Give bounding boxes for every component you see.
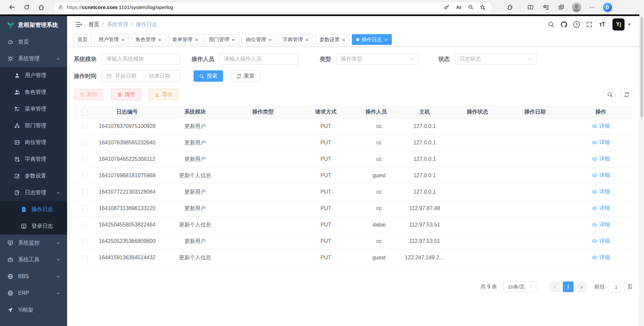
scrollbar[interactable] <box>639 14 644 326</box>
split-screen-icon[interactable] <box>525 2 536 13</box>
sidebar-collapse-icon[interactable] <box>75 21 83 28</box>
next-page-button[interactable]: › <box>576 281 587 292</box>
prev-page-button[interactable]: ‹ <box>549 281 560 292</box>
row-checkbox[interactable] <box>82 124 88 129</box>
goto-page-input[interactable]: 1 <box>608 281 625 292</box>
tab-close-icon[interactable]: × <box>158 37 161 43</box>
column-header[interactable]: 日志编号 <box>95 106 159 118</box>
fullscreen-icon[interactable] <box>584 19 595 30</box>
select-all-checkbox[interactable] <box>82 110 88 115</box>
address-bar[interactable]: https://ccnetcore.com:1101/system/log/op… <box>53 2 492 13</box>
read-aloud-icon[interactable] <box>454 3 463 12</box>
reset-button[interactable]: 重置 <box>231 70 260 82</box>
column-header[interactable]: 主机 <box>401 106 448 118</box>
refresh-table-button[interactable] <box>621 88 633 101</box>
column-header[interactable]: 操作 <box>569 106 633 118</box>
copy-tab-icon[interactable] <box>556 2 567 13</box>
sidebar-item[interactable]: Yi框架 <box>0 302 67 318</box>
detail-link[interactable]: 详细 <box>592 155 610 162</box>
clear-button[interactable]: 清空 <box>111 89 141 100</box>
status-select[interactable]: 日志状态 <box>455 53 537 65</box>
row-checkbox[interactable] <box>82 189 88 195</box>
module-input[interactable]: 请输入系统模块 <box>102 53 180 65</box>
zoom-out-icon[interactable] <box>466 3 475 12</box>
tab-close-icon[interactable]: × <box>195 37 198 43</box>
column-header[interactable]: 系统模块 <box>159 106 231 118</box>
column-header[interactable]: 操作类型 <box>231 106 295 118</box>
sidebar-item[interactable]: 参数设置 <box>0 168 67 184</box>
favorite-star-icon[interactable] <box>478 3 487 12</box>
page-size-select[interactable]: 10条/页 <box>503 281 537 292</box>
detail-link[interactable]: 详细 <box>592 123 610 130</box>
tab[interactable]: 首页 <box>73 34 92 45</box>
operator-input[interactable]: 请输入操作人员 <box>219 53 299 65</box>
tab-close-icon[interactable]: × <box>306 37 309 43</box>
detail-link[interactable]: 详细 <box>592 238 610 245</box>
tab-close-icon[interactable]: × <box>342 37 345 43</box>
avatar-caret-icon[interactable]: ▼ <box>627 22 631 27</box>
detail-link[interactable]: 详细 <box>592 139 610 146</box>
browser-menu-icon[interactable] <box>587 2 597 13</box>
header-search-icon[interactable] <box>545 19 557 30</box>
sidebar-item[interactable]: 系统管理 <box>0 50 67 67</box>
row-checkbox[interactable] <box>82 239 88 244</box>
sidebar-item[interactable]: BBS <box>0 268 67 285</box>
tab-close-icon[interactable]: × <box>121 37 124 43</box>
start-date-input[interactable]: 开始日期 <box>115 73 142 80</box>
browser-back-button[interactable] <box>6 2 17 13</box>
password-key-icon[interactable] <box>442 3 451 12</box>
detail-link[interactable]: 详细 <box>592 221 610 228</box>
row-checkbox[interactable] <box>82 140 88 146</box>
sidebar-item[interactable]: 角色管理 <box>0 84 67 101</box>
type-select[interactable]: 操作类型 <box>336 53 418 65</box>
row-checkbox[interactable] <box>82 173 88 179</box>
tab-close-icon[interactable]: × <box>232 37 235 43</box>
browser-profile-avatar[interactable] <box>571 2 582 13</box>
browser-refresh-button[interactable] <box>21 2 32 13</box>
tab-close-icon[interactable]: × <box>384 37 387 43</box>
export-button[interactable]: 导出 <box>149 89 178 100</box>
url-text[interactable]: https://ccnetcore.com:1101/system/log/op… <box>67 4 439 10</box>
row-checkbox[interactable] <box>82 206 88 211</box>
sidebar-item[interactable]: 部门管理 <box>0 117 67 134</box>
sidebar-item[interactable]: 字典管理 <box>0 151 67 168</box>
column-header[interactable]: 操作日期 <box>507 106 569 118</box>
breadcrumb-home[interactable]: 首页 <box>89 21 99 28</box>
tab[interactable]: 参数设置 × <box>315 34 350 45</box>
sidebar-item[interactable]: 菜单管理 <box>0 101 67 117</box>
github-icon[interactable] <box>558 19 570 30</box>
page-1-button[interactable]: 1 <box>563 281 574 292</box>
detail-link[interactable]: 详细 <box>592 254 610 261</box>
copilot-icon[interactable]: b <box>602 2 613 13</box>
tab[interactable]: 用户管理 × <box>94 34 129 45</box>
sidebar-item[interactable]: 登录日志 <box>0 218 67 235</box>
tab[interactable]: 部门管理 × <box>205 34 239 45</box>
collections-icon[interactable] <box>540 2 551 13</box>
sort-icons[interactable] <box>547 109 551 115</box>
browser-home-button[interactable] <box>36 2 47 13</box>
detail-link[interactable]: 详细 <box>592 205 610 212</box>
sidebar-item[interactable]: 系统监控 <box>0 235 67 251</box>
detail-link[interactable]: 详细 <box>592 188 610 195</box>
scrollbar-thumb[interactable] <box>640 17 643 118</box>
font-size-icon[interactable]: тT <box>596 19 608 30</box>
tab[interactable]: 菜单管理 × <box>168 34 203 45</box>
toggle-search-button[interactable] <box>604 88 616 101</box>
tab-close-icon[interactable]: × <box>269 37 272 43</box>
sidebar-item[interactable]: 日志管理 <box>0 184 67 201</box>
sidebar-item[interactable]: ERP <box>0 285 67 302</box>
row-checkbox[interactable] <box>82 255 88 261</box>
sidebar-item[interactable]: 系统工具 <box>0 251 67 268</box>
end-date-input[interactable]: 结束日期 <box>149 73 175 80</box>
user-avatar[interactable]: Yj <box>612 18 625 30</box>
sidebar-item[interactable]: 首页 <box>0 34 67 50</box>
date-range-input[interactable]: 开始日期 - 结束日期 <box>102 70 180 82</box>
tab[interactable]: 字典管理 × <box>278 34 313 45</box>
help-icon[interactable]: ? <box>571 19 582 30</box>
detail-link[interactable]: 详细 <box>592 172 610 179</box>
breadcrumb-system[interactable]: 系统管理 <box>107 21 128 28</box>
column-header[interactable]: 请求方式 <box>295 106 357 118</box>
sort-icons[interactable] <box>389 109 393 115</box>
sidebar-item[interactable]: 岗位管理 <box>0 134 67 151</box>
tab[interactable]: 岗位管理 × <box>241 34 276 45</box>
